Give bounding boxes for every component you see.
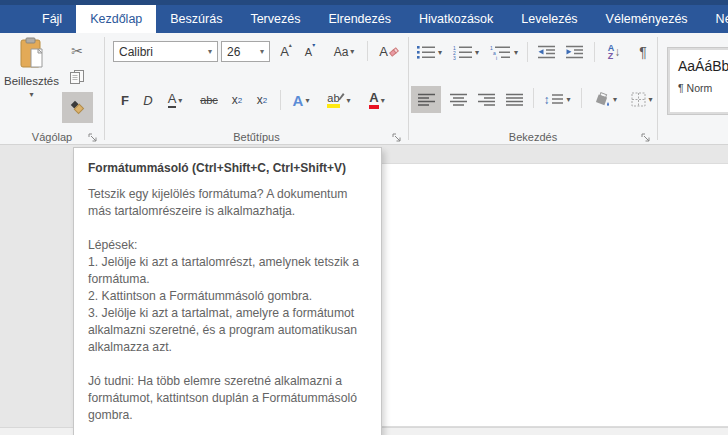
numbering-button[interactable]: 123 ▾ [449, 41, 483, 63]
tab-file[interactable]: Fájl [28, 5, 76, 33]
align-left-button[interactable] [411, 86, 441, 113]
change-case-label: Aa [334, 45, 349, 59]
borders-button[interactable]: ▾ [625, 86, 659, 113]
format-painter-icon [69, 99, 86, 116]
align-center-button[interactable] [445, 86, 471, 113]
tooltip-intro: Tetszik egy kijelölés formátuma? A dokum… [88, 186, 368, 220]
line-spacing-button[interactable]: ↕ ▾ [539, 86, 575, 113]
text-effects-icon: A [293, 92, 304, 109]
line-spacing-dropdown-arrow: ▾ [566, 95, 570, 104]
tab-design[interactable]: Tervezés [236, 5, 314, 33]
font-size-combobox[interactable]: 26 ▾ [221, 41, 270, 62]
highlight-pen-icon [337, 91, 345, 101]
shading-button[interactable]: ▾ [587, 86, 623, 113]
font-color-dropdown-arrow: ▾ [381, 96, 385, 105]
cut-button[interactable]: ✂ [62, 39, 92, 63]
increase-indent-button[interactable] [561, 41, 587, 63]
justify-button[interactable] [501, 86, 527, 113]
tab-insert[interactable]: Beszúrás [156, 5, 236, 33]
spacing-lines-icon [551, 93, 564, 107]
spacing-arrows-icon: ↕ [543, 93, 549, 107]
text-effects-dropdown-arrow: ▾ [305, 96, 309, 105]
font-color-icon: A [369, 91, 378, 109]
bold-button[interactable]: F [115, 88, 135, 112]
numbering-icon: 123 [453, 45, 473, 60]
decrease-indent-button[interactable] [533, 41, 559, 63]
tooltip-spacer [88, 220, 368, 237]
style-preview-text: AaÁáBb [678, 58, 728, 74]
grow-font-button[interactable]: A▴ [275, 41, 297, 62]
align-right-icon [477, 93, 496, 107]
bullets-icon [416, 45, 436, 60]
multilevel-dropdown-arrow: ▾ [514, 48, 518, 57]
highlight-color-button[interactable]: ab ▾ [321, 88, 357, 112]
grow-caret-icon: ▴ [289, 41, 292, 48]
clipboard-dialog-launcher-icon[interactable] [88, 130, 99, 141]
show-marks-button[interactable]: ¶ [633, 41, 653, 63]
clipboard-icon [17, 37, 47, 71]
group-clipboard: Beillesztés ▾ ✂ [0, 33, 104, 144]
paint-bucket-icon [593, 92, 611, 108]
text-effects-button[interactable]: A▾ [286, 88, 316, 112]
shrink-font-button[interactable]: A▾ [299, 41, 321, 62]
shading-dropdown-arrow: ▾ [613, 95, 617, 104]
tooltip-step: 1. Jelölje ki azt a tartalomrészt, amely… [88, 254, 368, 288]
change-case-button[interactable]: Aa▾ [327, 41, 361, 62]
subscript-button[interactable]: x2 [226, 88, 248, 112]
sort-button[interactable]: A Z ↓ [600, 41, 628, 63]
underline-label: A [168, 92, 177, 108]
tab-mailings[interactable]: Levelezés [507, 5, 591, 33]
group-label-font: Betűtípus [105, 131, 408, 143]
format-painter-button[interactable] [62, 92, 93, 123]
tooltip-spacer [88, 356, 368, 373]
tooltip-step: 2. Kattintson a Formátummásoló gombra. [88, 288, 368, 305]
font-name-combobox[interactable]: Calibri ▾ [113, 41, 218, 62]
borders-icon [631, 92, 646, 107]
bullets-button[interactable]: ▾ [412, 41, 446, 63]
numbering-dropdown-arrow: ▾ [475, 48, 479, 57]
group-paragraph: ▾ 123 ▾ 1ai ▾ [409, 33, 657, 144]
tab-references[interactable]: Hivatkozások [405, 5, 507, 33]
highlight-dropdown-arrow: ▾ [347, 96, 351, 105]
font-size-dropdown-arrow[interactable]: ▾ [255, 47, 269, 56]
font-name-value: Calibri [114, 45, 203, 59]
tab-home[interactable]: Kezdőlap [76, 5, 156, 33]
font-color-button[interactable]: A▾ [361, 88, 393, 112]
tab-review[interactable]: Véleményezés [592, 5, 702, 33]
clear-formatting-button[interactable]: A [375, 41, 403, 62]
align-right-button[interactable] [473, 86, 499, 113]
svg-text:3: 3 [453, 55, 456, 60]
tab-view[interactable]: Nézet [702, 5, 728, 33]
justify-icon [505, 93, 524, 107]
paragraph-dialog-launcher-icon[interactable] [641, 130, 652, 141]
change-case-dropdown-arrow: ▾ [350, 47, 354, 56]
mini-separator [527, 42, 528, 62]
mini-separator [533, 88, 534, 108]
multilevel-list-button[interactable]: 1ai ▾ [486, 41, 522, 63]
paste-dropdown-arrow[interactable]: ▾ [29, 90, 33, 99]
tab-layout[interactable]: Elrendezés [314, 5, 405, 33]
shrink-caret-icon: ▾ [312, 41, 315, 48]
paste-button[interactable]: Beillesztés ▾ [3, 37, 60, 127]
strikethrough-button[interactable]: abc [195, 88, 223, 112]
underline-button[interactable]: A▾ [161, 88, 189, 112]
font-name-dropdown-arrow[interactable]: ▾ [203, 47, 217, 56]
superscript-button[interactable]: x2 [251, 88, 273, 112]
ribbon: Beillesztés ▾ ✂ [0, 33, 728, 145]
clear-formatting-label: A [379, 44, 388, 59]
underline-dropdown-arrow: ▾ [178, 96, 182, 105]
font-dialog-launcher-icon[interactable] [392, 130, 403, 141]
mini-separator [594, 42, 595, 62]
italic-button[interactable]: D [138, 88, 158, 112]
style-tile-normal[interactable]: AaÁáBb ¶ Norm [668, 48, 728, 114]
superscript-digit: 2 [263, 96, 267, 105]
shrink-font-label: A [305, 46, 312, 58]
increase-indent-icon [565, 45, 584, 60]
tooltip-title: Formátummásoló (Ctrl+Shift+C, Ctrl+Shift… [88, 161, 368, 175]
italic-label: D [143, 93, 152, 108]
copy-button[interactable] [62, 65, 92, 89]
copy-icon [69, 69, 85, 85]
pilcrow-icon: ¶ [639, 44, 647, 60]
tooltip-note: Jó tudni: Ha több elemre szeretné alkalm… [88, 373, 368, 424]
sort-arrow-icon: ↓ [614, 45, 620, 59]
